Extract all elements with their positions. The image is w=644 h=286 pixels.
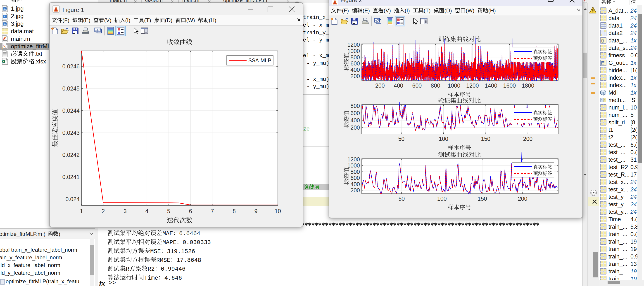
svg-text:(V): (V): [384, 7, 391, 13]
svg-text:0.0241: 0.0241: [62, 174, 80, 180]
svg-text:150: 150: [481, 136, 490, 142]
svg-text:200: 200: [375, 82, 385, 89]
svg-text:50: 50: [398, 136, 404, 142]
svg-text:(E): (E): [362, 7, 370, 13]
svg-text:SSA-MLP: SSA-MLP: [248, 58, 271, 63]
svg-text:10: 10: [274, 208, 281, 214]
svg-text:0.0243: 0.0243: [62, 130, 80, 136]
svg-text:1800: 1800: [522, 82, 534, 89]
svg-text:(E): (E): [83, 17, 90, 23]
svg-text:600: 600: [350, 110, 360, 116]
svg-text:200: 200: [350, 124, 360, 131]
svg-text:0.0246: 0.0246: [62, 63, 80, 70]
svg-text:(D): (D): [444, 7, 452, 13]
svg-text:(F): (F): [62, 17, 70, 23]
svg-text:200: 200: [523, 136, 533, 142]
svg-text:0.024: 0.024: [65, 196, 80, 202]
svg-text:(T): (T): [424, 7, 431, 13]
svg-text:1: 1: [80, 208, 83, 214]
svg-text:(W): (W): [466, 7, 474, 13]
svg-text:400: 400: [350, 117, 360, 124]
svg-text:800: 800: [350, 54, 360, 60]
svg-text:800: 800: [350, 103, 360, 109]
svg-text:0.0245: 0.0245: [62, 85, 80, 92]
svg-text:100: 100: [437, 195, 447, 202]
svg-text:400: 400: [394, 82, 403, 89]
svg-text:0.0242: 0.0242: [62, 152, 80, 158]
svg-text:1400: 1400: [485, 82, 498, 89]
svg-text:1000: 1000: [347, 162, 360, 169]
svg-text:200: 200: [350, 187, 360, 193]
svg-text:50: 50: [398, 195, 405, 202]
svg-text:4: 4: [145, 208, 148, 214]
svg-text:1200: 1200: [466, 82, 479, 89]
svg-text:400: 400: [350, 67, 360, 73]
svg-text:0.0244: 0.0244: [62, 108, 80, 114]
svg-text:600: 600: [350, 60, 360, 67]
svg-text:(I): (I): [405, 7, 410, 13]
svg-text:2: 2: [102, 208, 105, 214]
svg-text:600: 600: [412, 82, 422, 89]
svg-text:(W): (W): [186, 17, 195, 23]
svg-text:Figure 2: Figure 2: [340, 0, 362, 3]
svg-text:200: 200: [518, 195, 528, 202]
svg-text:5: 5: [167, 208, 170, 214]
svg-text:800: 800: [350, 169, 360, 175]
svg-text:(T): (T): [144, 17, 151, 23]
svg-text:9: 9: [254, 208, 258, 214]
svg-text:600: 600: [350, 175, 360, 181]
svg-text:(H): (H): [488, 7, 496, 13]
svg-text:(H): (H): [209, 17, 216, 23]
svg-text:Figure 1: Figure 1: [62, 6, 84, 13]
svg-text:6: 6: [189, 208, 192, 214]
svg-text:200: 200: [350, 73, 360, 79]
svg-text:(I): (I): [125, 17, 130, 23]
svg-text:(D): (D): [165, 17, 172, 23]
svg-text:1000: 1000: [448, 82, 460, 89]
svg-text:800: 800: [431, 82, 440, 89]
svg-text:1200: 1200: [347, 41, 360, 48]
svg-text:150: 150: [478, 195, 487, 202]
svg-text:3: 3: [124, 208, 127, 214]
svg-text:1000: 1000: [347, 48, 360, 54]
svg-text:8: 8: [232, 208, 236, 214]
svg-text:(F): (F): [342, 7, 349, 13]
svg-text:1600: 1600: [503, 82, 516, 89]
svg-text:1200: 1200: [347, 156, 360, 162]
svg-text:100: 100: [439, 136, 448, 142]
svg-text:(V): (V): [104, 17, 112, 23]
svg-text:7: 7: [211, 208, 214, 214]
svg-text:400: 400: [350, 181, 360, 187]
